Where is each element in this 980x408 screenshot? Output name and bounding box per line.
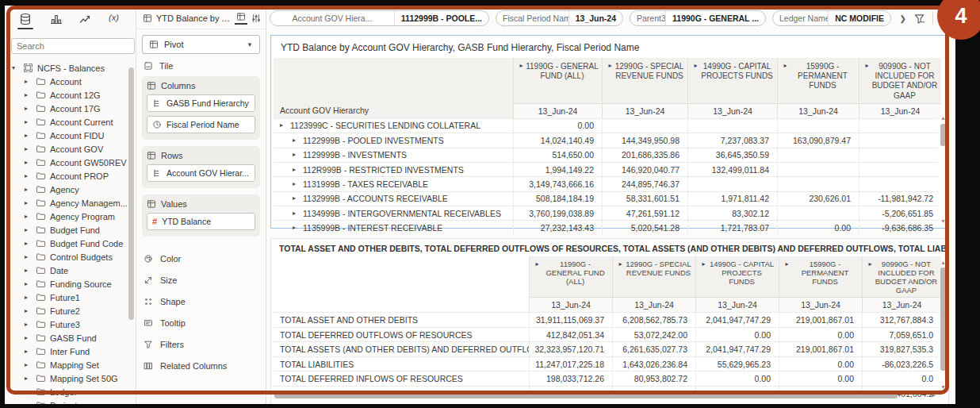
- grammar-target-filters[interactable]: Filters: [144, 333, 258, 355]
- tile-target[interactable]: Tile: [142, 54, 260, 76]
- value-cell[interactable]: 58,331,601.51: [602, 192, 687, 206]
- expand-icon[interactable]: ▸: [25, 160, 32, 166]
- row-label-cell[interactable]: TOTAL LIABILITIES: [274, 357, 529, 371]
- value-cell[interactable]: 0.00: [695, 371, 779, 386]
- expand-icon[interactable]: ▸: [782, 63, 789, 69]
- expand-icon[interactable]: ▸: [293, 167, 300, 173]
- value-cell[interactable]: 53,072,242.00: [612, 328, 695, 342]
- value-cell[interactable]: 0.00: [513, 119, 602, 133]
- value-cell[interactable]: [687, 119, 777, 133]
- expand-icon[interactable]: ▸: [25, 321, 32, 328]
- filter-bar-icon[interactable]: [913, 13, 925, 25]
- tree-item[interactable]: ▸Account: [5, 75, 136, 88]
- value-cell[interactable]: [859, 148, 941, 162]
- filter-overflow-chevron-icon[interactable]: ❯: [900, 14, 906, 23]
- tree-item[interactable]: ▸Account Current: [5, 115, 136, 129]
- period-cell[interactable]: 13_Jun-24: [612, 297, 695, 312]
- expand-icon[interactable]: ▸: [25, 281, 32, 287]
- column-header-cell[interactable]: ▸90990G - NOT INCLUDED FOR BUDGET AND/OR…: [859, 58, 941, 103]
- row-label-cell[interactable]: TOTAL DEFERRED INFLOWS OF RESOURCES: [274, 371, 529, 386]
- expand-icon[interactable]: ▸: [25, 119, 32, 125]
- grammar-target-color[interactable]: Color: [144, 248, 258, 269]
- value-cell[interactable]: 230,626.01: [777, 192, 859, 206]
- value-cell[interactable]: [777, 177, 859, 191]
- expand-icon[interactable]: ▸: [25, 362, 32, 368]
- value-cell[interactable]: [859, 119, 941, 133]
- value-cell[interactable]: 83,302.12: [687, 206, 777, 220]
- value-cell[interactable]: [777, 206, 859, 220]
- row-label-cell[interactable]: TOTAL ASSET AND OTHER DEBITS: [274, 313, 529, 327]
- scroll-down-icon[interactable]: ▼: [940, 218, 947, 224]
- period-cell[interactable]: 13_Jun-24: [779, 297, 862, 312]
- tree-item[interactable]: ▸Control Budgets: [5, 250, 136, 264]
- search-input[interactable]: [11, 38, 135, 54]
- grammar-chip[interactable]: #YTD Balance: [147, 213, 255, 230]
- expand-icon[interactable]: ▸: [863, 63, 871, 69]
- expand-icon[interactable]: ▸: [25, 254, 32, 260]
- period-cell[interactable]: 13_Jun-24: [859, 103, 941, 118]
- column-header-cell[interactable]: ▸90990G - NOT INCLUDED FOR BUDGET AND/OR…: [862, 256, 941, 297]
- period-cell[interactable]: 13_Jun-24: [687, 103, 777, 118]
- value-cell[interactable]: 11,247,017,225.18: [529, 357, 612, 371]
- expand-icon[interactable]: ▸: [25, 92, 32, 98]
- expand-icon[interactable]: ▸: [25, 173, 32, 179]
- tab-parameters[interactable]: (x): [109, 13, 119, 22]
- tree-item[interactable]: ▸Account PROP: [5, 169, 136, 183]
- grammar-target-shape[interactable]: Shape: [144, 291, 258, 312]
- value-cell[interactable]: 32,323,957,120.71: [529, 342, 612, 356]
- value-cell[interactable]: 0.00: [695, 328, 779, 342]
- value-cell[interactable]: 0.00: [779, 371, 862, 386]
- tab-data[interactable]: [17, 13, 33, 29]
- value-cell[interactable]: 0.0: [862, 371, 941, 386]
- row-label-cell[interactable]: TOTAL DEFERRED OUTFLOWS OF RESOURCES: [274, 328, 529, 342]
- value-cell[interactable]: 244,895,746.37: [602, 177, 687, 191]
- value-cell[interactable]: 0.00: [779, 357, 862, 371]
- value-cell[interactable]: 3,760,199,038.89: [513, 206, 602, 220]
- tree-item[interactable]: ▸Account GOV: [5, 142, 136, 156]
- column-header-cell[interactable]: ▸12990G - SPECIAL REVENUE FUNDS: [612, 256, 695, 297]
- tree-item[interactable]: ▸Account GW50REV: [5, 156, 136, 169]
- expand-icon[interactable]: ▸: [25, 348, 32, 355]
- grammar-target-related-columns[interactable]: Related Columns: [144, 355, 258, 376]
- value-cell[interactable]: 7,059,651.0: [862, 328, 941, 342]
- expand-icon[interactable]: ▸: [25, 200, 32, 206]
- expand-icon[interactable]: ▸: [25, 389, 32, 395]
- value-cell[interactable]: 146,920,040.77: [602, 163, 687, 176]
- expand-icon[interactable]: ▸: [293, 225, 300, 231]
- expand-icon[interactable]: ▸: [534, 261, 541, 268]
- value-cell[interactable]: 0.00: [779, 328, 862, 342]
- value-cell[interactable]: 163,090,879.47: [777, 133, 859, 147]
- value-cell[interactable]: [859, 177, 941, 191]
- viz-ytd-balance[interactable]: YTD Balance by Account GOV Hierarchy, GA…: [270, 35, 949, 229]
- value-cell[interactable]: [602, 119, 687, 133]
- expand-icon[interactable]: ▸: [867, 261, 874, 268]
- viz1-vertical-scrollbar[interactable]: ▲ ▼: [940, 115, 947, 224]
- expand-icon[interactable]: ▸: [293, 195, 300, 202]
- expand-icon[interactable]: ▸: [25, 241, 32, 247]
- tree-item[interactable]: ▸Future3: [5, 318, 136, 331]
- viz2-horizontal-scrollbar[interactable]: ▶: [274, 393, 936, 399]
- tree-item[interactable]: ▸Agency Managem...: [5, 196, 136, 210]
- value-cell[interactable]: 144,349,950.98: [602, 133, 687, 147]
- value-cell[interactable]: [859, 133, 941, 147]
- expand-icon[interactable]: ▸: [280, 122, 287, 129]
- tree-scrollbar[interactable]: [128, 67, 134, 329]
- row-label-cell[interactable]: ▸1132999B - ACCOUNTS RECEIVABLE: [274, 192, 513, 206]
- viz2-vertical-scrollbar[interactable]: ▲ ▼: [940, 260, 947, 390]
- expand-icon[interactable]: ▸: [617, 261, 624, 268]
- value-cell[interactable]: 3,149,743,666.16: [513, 177, 602, 191]
- value-cell[interactable]: 201,686,335.86: [602, 148, 687, 162]
- grammar-tab-label[interactable]: YTD Balance by Acc...: [156, 13, 231, 23]
- value-cell[interactable]: 80,953,802.72: [612, 371, 695, 386]
- value-cell[interactable]: 2,041,947,747.29: [695, 313, 779, 327]
- value-cell[interactable]: 219,001,867.01: [779, 313, 862, 327]
- value-cell[interactable]: 1,994,149.22: [513, 163, 602, 176]
- expand-icon[interactable]: ▸: [25, 308, 32, 314]
- period-cell[interactable]: 13_Jun-24: [862, 297, 941, 312]
- viz-type-select[interactable]: Pivot ▼: [142, 35, 260, 54]
- value-cell[interactable]: 514,650.00: [513, 148, 602, 162]
- scroll-up-icon[interactable]: ▲: [940, 115, 947, 121]
- value-cell[interactable]: 47,261,591.12: [602, 206, 687, 220]
- value-cell[interactable]: 2,041,947,747.29: [695, 342, 779, 356]
- value-cell[interactable]: -11,981,942.72: [859, 192, 941, 206]
